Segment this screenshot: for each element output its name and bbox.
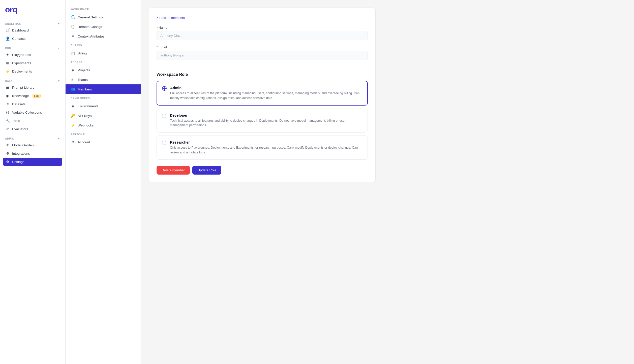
role-option-researcher[interactable]: Researcher Only access to Playgrounds, D… xyxy=(157,136,368,160)
name-input[interactable] xyxy=(157,31,368,40)
sidebar-item-label: Model Garden xyxy=(12,143,34,147)
admin-role-name: Admin xyxy=(170,86,362,90)
settings-icon: ⚙ xyxy=(6,160,10,164)
settings-item-label: Projects xyxy=(78,68,90,72)
billing-section-label: BILLING xyxy=(66,41,141,48)
logo-text: orq xyxy=(5,5,17,14)
update-role-button[interactable]: Update Role xyxy=(192,166,221,175)
researcher-radio[interactable] xyxy=(162,141,166,145)
settings-item-general-settings[interactable]: 🌐 General Settings xyxy=(66,12,141,22)
sidebar-item-playgrounds[interactable]: ✦ Playgrounds xyxy=(3,51,62,59)
settings-item-environments[interactable]: ◈ Environments xyxy=(66,101,141,111)
logo: orq xyxy=(0,5,65,20)
settings-item-teams[interactable]: ◎ Teams xyxy=(66,75,141,84)
developer-role-name: Developer xyxy=(170,113,363,117)
settings-item-account[interactable]: ⚙ Account xyxy=(66,137,141,147)
email-input[interactable] xyxy=(157,51,368,60)
knowledge-beta-badge: Beta xyxy=(33,94,41,98)
personal-section-label: PERSONAL xyxy=(66,130,141,137)
sidebar-item-tools[interactable]: 🔧 Tools xyxy=(3,117,62,125)
access-section-label: ACCESS xyxy=(66,58,141,65)
sidebar-item-evaluators[interactable]: fx Evaluators xyxy=(3,125,62,133)
admin-role-content: Admin Full access to all features of the… xyxy=(170,86,362,101)
settings-item-webhooks[interactable]: ⚡ Webhooks xyxy=(66,120,141,130)
settings-item-members[interactable]: 👥 Members xyxy=(66,84,141,94)
settings-item-label: Context Attributes xyxy=(78,35,105,38)
settings-item-projects[interactable]: ◈ Projects xyxy=(66,65,141,75)
sidebar-item-model-garden[interactable]: ❋ Model Garden xyxy=(3,141,62,149)
settings-panel: WORKSPACE 🌐 General Settings {} Remote C… xyxy=(66,0,141,364)
sidebar-item-label: Tools xyxy=(12,119,20,123)
settings-item-context-attributes[interactable]: ≡ Context Attributes xyxy=(66,31,141,41)
nav-section-admin: ADMIN ▼ ❋ Model Garden ⚙ Integrations ⚙ … xyxy=(0,135,65,166)
researcher-role-desc: Only access to Playgrounds, Deployments … xyxy=(170,145,363,155)
sidebar-item-dashboard[interactable]: 📈 Dashboard xyxy=(3,26,62,34)
general-settings-icon: 🌐 xyxy=(71,15,75,19)
email-label: * Email xyxy=(157,45,368,49)
member-detail-card: < Back to members * Name * Email Workspa… xyxy=(149,8,376,182)
sidebar-item-experiments[interactable]: ⊞ Experiments xyxy=(3,59,62,67)
nav-section-run: RUN ▼ ✦ Playgrounds ⊞ Experiments ⚡ Depl… xyxy=(0,45,65,76)
api-keys-icon: 🔑 xyxy=(71,113,75,118)
data-section-label: DATA ▼ xyxy=(3,78,62,83)
sidebar-item-label: Integrations xyxy=(12,152,30,155)
sidebar-item-prompt-library[interactable]: ☰ Prompt Library xyxy=(3,83,62,91)
researcher-role-content: Researcher Only access to Playgrounds, D… xyxy=(170,140,363,155)
sidebar-item-deployments[interactable]: ⚡ Deployments xyxy=(3,67,62,75)
developer-role-content: Developer Technical access to all featur… xyxy=(170,113,363,128)
sidebar-item-label: Evaluators xyxy=(12,127,28,131)
sidebar-item-settings[interactable]: ⚙ Settings xyxy=(3,158,62,166)
nav-section-data: DATA ▼ ☰ Prompt Library ◉ Knowledge Beta… xyxy=(0,78,65,133)
role-option-developer[interactable]: Developer Technical access to all featur… xyxy=(157,109,368,133)
model-garden-icon: ❋ xyxy=(6,143,10,147)
projects-icon: ◈ xyxy=(71,68,75,72)
settings-item-label: Billing xyxy=(78,51,87,55)
sidebar-item-knowledge[interactable]: ◉ Knowledge Beta xyxy=(3,92,62,100)
environments-icon: ◈ xyxy=(71,104,75,108)
context-attributes-icon: ≡ xyxy=(71,34,75,39)
role-option-admin[interactable]: Admin Full access to all features of the… xyxy=(157,81,368,106)
name-required-star: * xyxy=(157,26,158,29)
settings-item-label: Members xyxy=(78,87,92,91)
footer-actions: Delete member Update Role xyxy=(157,166,368,175)
settings-item-label: Account xyxy=(78,140,90,144)
delete-member-button[interactable]: Delete member xyxy=(157,166,190,175)
data-chevron-icon: ▼ xyxy=(57,80,60,82)
analytics-chevron-icon: ▼ xyxy=(57,22,60,25)
sidebar-item-label: Variable Collections xyxy=(12,111,42,114)
sidebar-item-label: Experiments xyxy=(12,61,31,65)
members-icon: 👥 xyxy=(71,87,75,91)
datasets-icon: ≡ xyxy=(6,102,10,106)
variable-collections-icon: {-} xyxy=(6,110,10,114)
sidebar-item-label: Knowledge xyxy=(12,94,29,98)
integrations-icon: ⚙ xyxy=(6,151,10,155)
sidebar: orq ANALYTICS ▼ 📈 Dashboard 👤 Contacts R… xyxy=(0,0,66,364)
run-chevron-icon: ▼ xyxy=(57,47,60,50)
sidebar-item-variable-collections[interactable]: {-} Variable Collections xyxy=(3,108,62,116)
settings-item-label: API Keys xyxy=(78,114,92,118)
billing-icon: 📋 xyxy=(71,51,75,55)
sidebar-item-contacts[interactable]: 👤 Contacts xyxy=(3,35,62,43)
settings-item-api-keys[interactable]: 🔑 API Keys xyxy=(66,111,141,120)
name-label: * Name xyxy=(157,26,368,29)
experiments-icon: ⊞ xyxy=(6,61,10,65)
account-icon: ⚙ xyxy=(71,140,75,144)
deployments-icon: ⚡ xyxy=(6,69,10,73)
researcher-role-name: Researcher xyxy=(170,140,363,144)
settings-item-remote-configs[interactable]: {} Remote Configs xyxy=(66,22,141,31)
sidebar-item-label: Playgrounds xyxy=(12,53,31,57)
sidebar-item-integrations[interactable]: ⚙ Integrations xyxy=(3,149,62,157)
tools-icon: 🔧 xyxy=(6,119,10,123)
back-to-members-link[interactable]: < Back to members xyxy=(157,16,185,20)
sidebar-item-datasets[interactable]: ≡ Datasets xyxy=(3,100,62,108)
admin-radio[interactable] xyxy=(162,86,167,91)
settings-item-label: General Settings xyxy=(78,15,103,19)
nav-section-analytics: ANALYTICS ▼ 📈 Dashboard 👤 Contacts xyxy=(0,20,65,43)
contacts-icon: 👤 xyxy=(6,37,10,41)
section-divider xyxy=(157,66,368,66)
settings-item-billing[interactable]: 📋 Billing xyxy=(66,48,141,58)
developer-radio[interactable] xyxy=(162,114,166,118)
sidebar-item-label: Dashboard xyxy=(12,28,29,32)
playgrounds-icon: ✦ xyxy=(6,53,10,57)
analytics-section-label: ANALYTICS ▼ xyxy=(3,20,62,26)
